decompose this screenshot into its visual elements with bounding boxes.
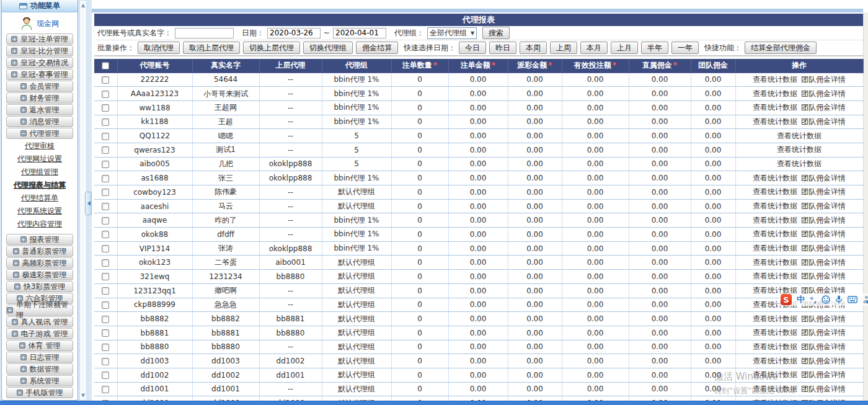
sogou-input-logo-icon[interactable]: S <box>781 294 792 305</box>
team-commission-detail-link[interactable]: 团队佣金详情 <box>801 229 846 238</box>
team-commission-detail-link[interactable]: 团队佣金详情 <box>801 216 846 225</box>
row-checkbox[interactable] <box>102 161 109 168</box>
view-stats-link[interactable]: 查看统计数据 <box>753 244 797 252</box>
view-stats-link[interactable]: 查看统计数据 <box>777 131 822 140</box>
row-checkbox[interactable] <box>102 316 109 323</box>
select-all-checkbox[interactable] <box>102 62 109 69</box>
team-commission-detail-link[interactable]: 团队佣金详情 <box>801 328 846 337</box>
agent-submenu-link[interactable]: 代理审核 <box>25 141 55 150</box>
sidebar-item[interactable]: +体育 管理 <box>6 340 73 351</box>
scroll-up-icon[interactable]: ▲ <box>80 1 86 9</box>
sidebar-item[interactable]: +皇冠-交易情况 <box>6 57 73 68</box>
batch-action-button[interactable]: 佣金结算 <box>356 42 398 54</box>
row-checkbox[interactable] <box>102 344 109 351</box>
sidebar-item[interactable]: +日志管理 <box>6 352 73 363</box>
main-scrollbar[interactable] <box>863 12 868 405</box>
sidebar-item[interactable]: +手机版管理 <box>6 387 73 398</box>
view-stats-link[interactable]: 查看统计数据 <box>753 328 797 337</box>
quick-date-button[interactable]: 本周 <box>520 42 547 54</box>
sidebar-item[interactable]: +快3彩票管理 <box>6 281 73 292</box>
view-stats-link[interactable]: 查看统计数据 <box>753 103 797 112</box>
team-commission-detail-link[interactable]: 团队佣金详情 <box>801 244 846 252</box>
row-checkbox[interactable] <box>102 372 109 379</box>
chinese-mode-icon[interactable]: 中 <box>797 294 805 305</box>
view-stats-link[interactable]: 查看统计数据 <box>753 314 797 323</box>
soft-keyboard-icon[interactable] <box>848 294 857 305</box>
row-checkbox[interactable] <box>102 287 109 295</box>
sidebar-item[interactable]: +消息管理 <box>6 116 73 127</box>
toolbox-icon[interactable] <box>862 294 868 305</box>
view-stats-link[interactable]: 查看统计数据 <box>753 342 797 351</box>
team-commission-detail-link[interactable]: 团队佣金详情 <box>801 103 846 112</box>
sidebar-collapse-handle[interactable] <box>85 192 92 215</box>
agent-submenu-link[interactable]: 代理网址设置 <box>17 154 62 163</box>
view-stats-link[interactable]: 查看统计数据 <box>753 272 797 280</box>
sidebar-item[interactable]: +数据管理 <box>6 363 73 375</box>
agent-submenu-link[interactable]: 代理系统设置 <box>17 207 62 215</box>
team-commission-detail-link[interactable]: 团队佣金详情 <box>801 89 846 98</box>
sidebar-item[interactable]: +皇冠-比分管理 <box>6 45 73 56</box>
row-checkbox[interactable] <box>102 217 109 225</box>
voice-input-icon[interactable] <box>835 294 843 305</box>
row-checkbox[interactable] <box>102 91 109 98</box>
row-checkbox[interactable] <box>102 146 109 154</box>
view-stats-link[interactable]: 查看统计数据 <box>753 229 797 238</box>
row-checkbox[interactable] <box>102 133 109 140</box>
row-checkbox[interactable] <box>102 259 109 267</box>
agent-submenu-link[interactable]: 代理内容管理 <box>17 220 62 228</box>
row-checkbox[interactable] <box>102 386 109 393</box>
team-commission-detail-link[interactable]: 团队佣金详情 <box>801 314 846 323</box>
quick-date-button[interactable]: 半年 <box>641 42 668 54</box>
row-checkbox[interactable] <box>102 231 109 238</box>
date-from-input[interactable] <box>267 28 321 38</box>
scroll-down-icon[interactable]: ▼ <box>80 391 86 399</box>
account-input[interactable] <box>175 28 234 38</box>
quick-date-button[interactable]: 昨日 <box>489 42 516 54</box>
team-commission-detail-link[interactable]: 团队佣金详情 <box>801 258 846 267</box>
view-stats-link[interactable]: 查看统计数据 <box>753 187 797 196</box>
row-checkbox[interactable] <box>102 203 109 210</box>
row-checkbox[interactable] <box>102 301 109 309</box>
view-stats-link[interactable]: 查看统计数据 <box>753 370 797 379</box>
team-commission-detail-link[interactable]: 团队佣金详情 <box>801 117 846 126</box>
view-stats-link[interactable]: 查看统计数据 <box>753 117 797 126</box>
sidebar-item[interactable]: +报表管理 <box>6 234 73 245</box>
punctuation-icon[interactable]: °, <box>810 294 817 305</box>
sidebar-item[interactable]: +系统管理 <box>6 375 73 386</box>
team-commission-detail-link[interactable]: 团队佣金详情 <box>801 385 846 393</box>
team-commission-detail-link[interactable]: 团队佣金详情 <box>801 342 846 351</box>
quick-date-button[interactable]: 上周 <box>550 42 577 54</box>
agent-group-select[interactable]: 全部代理组 ▼ <box>427 27 477 39</box>
sidebar-item[interactable]: +返水管理 <box>6 104 73 115</box>
team-commission-detail-link[interactable]: 团队佣金详情 <box>801 174 846 182</box>
agent-submenu-link[interactable]: 代理结算单 <box>21 194 58 202</box>
sidebar-item[interactable]: +皇冠-注单管理 <box>6 33 73 45</box>
emoji-icon[interactable] <box>822 294 830 305</box>
sidebar-item[interactable]: +高频彩票管理 <box>6 257 73 269</box>
quick-date-button[interactable]: 本月 <box>580 42 608 54</box>
row-checkbox[interactable] <box>102 273 109 280</box>
sidebar-item[interactable]: +极速彩票管理 <box>6 269 73 280</box>
row-checkbox[interactable] <box>102 76 109 84</box>
view-stats-link[interactable]: 查看统计数据 <box>753 258 797 267</box>
sidebar-item[interactable]: +普通彩票管理 <box>6 246 73 257</box>
team-commission-detail-link[interactable]: 团队佣金详情 <box>801 370 846 379</box>
quick-date-button[interactable]: 今日 <box>459 42 486 54</box>
sidebar-item[interactable]: +财务管理 <box>6 92 73 104</box>
row-checkbox[interactable] <box>102 175 109 182</box>
sidebar-item[interactable]: +电子游戏 管理 <box>6 328 73 339</box>
view-stats-link[interactable]: 查看统计数据 <box>753 89 797 98</box>
sidebar-item[interactable]: +皇冠-赛事管理 <box>6 69 73 80</box>
quick-date-button[interactable]: 上月 <box>611 42 638 54</box>
view-stats-link[interactable]: 查看统计数据 <box>753 357 797 365</box>
view-stats-link[interactable]: 查看统计数据 <box>753 216 797 225</box>
search-button[interactable]: 搜索 <box>482 27 510 39</box>
date-to-input[interactable] <box>333 28 386 38</box>
view-stats-link[interactable]: 查看统计数据 <box>753 202 797 210</box>
batch-action-button[interactable]: 切换代理组 <box>303 42 353 54</box>
sidebar-item-agent-management[interactable]: − 代理管理 <box>6 128 73 139</box>
view-stats-link[interactable]: 查看统计数据 <box>753 174 797 182</box>
team-commission-detail-link[interactable]: 团队佣金详情 <box>801 357 846 365</box>
settle-all-commission-button[interactable]: 结算全部代理佣金 <box>745 42 817 54</box>
row-checkbox[interactable] <box>102 118 109 126</box>
